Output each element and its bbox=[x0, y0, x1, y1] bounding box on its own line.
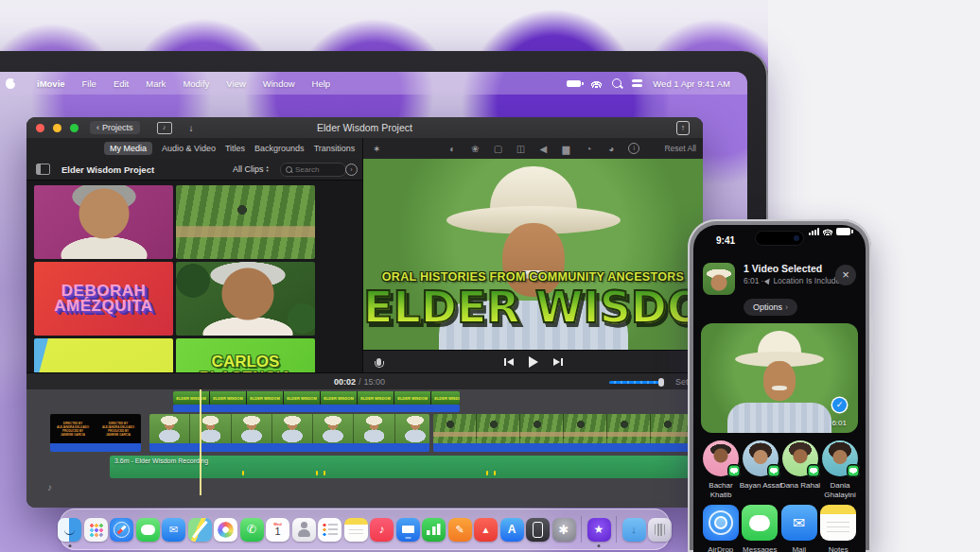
dock-downloads-icon[interactable] bbox=[622, 518, 646, 542]
menu-view[interactable]: View bbox=[226, 78, 245, 89]
play-button[interactable] bbox=[529, 356, 538, 368]
dock-mail-icon[interactable]: ✉ bbox=[162, 518, 185, 542]
menu-edit[interactable]: Edit bbox=[114, 78, 129, 89]
dock-trash-icon[interactable] bbox=[648, 518, 672, 542]
apple-menu-icon[interactable] bbox=[6, 78, 15, 89]
clip-cycle-icon[interactable]: › bbox=[345, 164, 358, 176]
dock-safari-icon[interactable] bbox=[110, 518, 133, 542]
dock-reminders-icon[interactable] bbox=[318, 518, 341, 542]
clip-thumbnail-map[interactable]: UNITED STATES bbox=[34, 338, 173, 372]
contact-bayan[interactable]: Bayan Assaf bbox=[741, 440, 780, 499]
menu-imovie[interactable]: iMovie bbox=[37, 78, 65, 89]
dock-imovie-icon[interactable]: ★ bbox=[587, 518, 611, 542]
dynamic-island bbox=[755, 231, 804, 246]
dock-photos-icon[interactable] bbox=[214, 518, 237, 542]
dock-music-icon[interactable]: ♪ bbox=[370, 518, 394, 542]
search-field[interactable] bbox=[280, 163, 346, 177]
color-balance-icon[interactable]: ◐ bbox=[446, 144, 458, 154]
selected-video-card[interactable]: ✓ 6:01 bbox=[701, 323, 858, 433]
noise-reduction-icon[interactable]: ▆ bbox=[560, 144, 571, 154]
dock-numbers-icon[interactable] bbox=[422, 518, 446, 542]
filters-icon[interactable]: ◕ bbox=[605, 144, 617, 154]
stabilization-icon[interactable]: ◫ bbox=[515, 144, 526, 154]
clip-thumbnail-farm[interactable] bbox=[176, 185, 315, 259]
iphone-screen: 9:41 1 Video Selected 6:01 · Location Is… bbox=[693, 225, 866, 552]
clip-thumbnail-elder-woman[interactable] bbox=[34, 185, 173, 259]
dock-launchpad-icon[interactable] bbox=[84, 518, 108, 542]
media-browser-icon[interactable]: ♪ bbox=[157, 122, 172, 134]
timeline-zoom-slider[interactable] bbox=[609, 381, 662, 384]
color-palette-icon[interactable]: ❀ bbox=[469, 144, 481, 154]
next-frame-button[interactable] bbox=[553, 358, 563, 366]
dock-contacts-icon[interactable] bbox=[292, 518, 316, 542]
share-icon[interactable]: ↑ bbox=[676, 121, 690, 135]
battery-icon[interactable] bbox=[567, 80, 581, 87]
options-button[interactable]: Options› bbox=[744, 299, 797, 316]
dock-calendar-icon[interactable]: Wed 1 bbox=[266, 518, 289, 542]
search-icon[interactable] bbox=[612, 78, 621, 88]
control-center-icon[interactable] bbox=[632, 79, 642, 88]
dock-app-store-icon[interactable]: A bbox=[500, 518, 524, 542]
menu-modify[interactable]: Modify bbox=[183, 78, 209, 89]
clip-thumbnail-elder-woman-2[interactable] bbox=[176, 262, 315, 336]
menu-file[interactable]: File bbox=[82, 78, 96, 89]
dock-iphone-mirroring-icon[interactable] bbox=[526, 518, 550, 542]
dock-keynote-icon[interactable] bbox=[396, 518, 420, 542]
dock-finder-icon[interactable] bbox=[58, 518, 81, 542]
elder-interview-clip[interactable] bbox=[149, 414, 429, 452]
back-to-projects-button[interactable]: ‹ Projects bbox=[90, 121, 140, 134]
dock-maps-icon[interactable] bbox=[188, 518, 212, 542]
clip-thumbnail-deborah-title[interactable]: DEBORAH AMÉZQUITA bbox=[34, 262, 173, 336]
tab-audio-video[interactable]: Audio & Video bbox=[162, 144, 216, 153]
menu-clock[interactable]: Wed 1 Apr 9:41 AM bbox=[653, 78, 730, 89]
speed-icon[interactable]: ◔ bbox=[583, 144, 594, 154]
contact-dania[interactable]: Dania Ghalayini bbox=[820, 440, 860, 499]
dock-system-settings-icon[interactable]: ✱ bbox=[552, 518, 576, 542]
share-notes[interactable]: Notes bbox=[819, 505, 859, 552]
minimize-window-button[interactable] bbox=[53, 124, 61, 132]
tab-titles[interactable]: Titles bbox=[225, 144, 245, 153]
tab-backgrounds[interactable]: Backgrounds bbox=[254, 144, 305, 153]
sidebar-toggle-icon[interactable] bbox=[36, 164, 50, 175]
tab-transitions[interactable]: Transitions bbox=[314, 144, 356, 153]
audio-track[interactable]: 3.6m - Elder Wisdom Recording bbox=[110, 456, 689, 478]
preview-video[interactable]: ORAL HISTORIES FROM COMMUNITY ANCESTORS … bbox=[363, 159, 703, 350]
menu-mark[interactable]: Mark bbox=[146, 78, 166, 89]
playhead[interactable] bbox=[200, 389, 201, 495]
close-window-button[interactable] bbox=[36, 124, 44, 132]
title-track[interactable]: ELDER WISDOM ELDER WISDOM ELDER WISDOM E… bbox=[173, 391, 460, 405]
dock-rocket-icon[interactable]: ▲ bbox=[474, 518, 498, 542]
auto-enhance-icon[interactable]: ✶ bbox=[373, 144, 380, 154]
info-icon[interactable]: i bbox=[628, 143, 639, 154]
share-mail[interactable]: ✉ Mail bbox=[779, 505, 819, 552]
dock-messages-icon[interactable] bbox=[136, 518, 160, 542]
close-share-button[interactable]: × bbox=[835, 265, 856, 285]
share-airdrop[interactable]: AirDrop bbox=[701, 505, 741, 552]
wifi-icon[interactable] bbox=[591, 79, 602, 88]
credits-clip[interactable]: DIRECTED BYALEJANDRA DELGADO PRODUCED BY… bbox=[50, 414, 141, 452]
previous-frame-button[interactable] bbox=[504, 358, 514, 366]
dock-phone-icon[interactable]: ✆ bbox=[240, 518, 264, 542]
search-input[interactable] bbox=[295, 165, 337, 174]
dock-notes-icon[interactable] bbox=[344, 518, 368, 542]
dock-pages-icon[interactable]: ✎ bbox=[448, 518, 472, 542]
tab-my-media[interactable]: My Media bbox=[104, 142, 152, 155]
import-media-icon[interactable]: ↓ bbox=[189, 123, 194, 133]
share-video-thumbnail[interactable] bbox=[703, 263, 735, 295]
crop-icon[interactable]: ▢ bbox=[492, 144, 503, 154]
menu-help[interactable]: Help bbox=[312, 78, 331, 89]
contact-dana[interactable]: Dana Rahal bbox=[780, 440, 820, 499]
title-clip-bar[interactable] bbox=[173, 405, 460, 412]
share-messages[interactable]: Messages bbox=[741, 505, 780, 552]
volume-icon[interactable]: ◀ bbox=[537, 144, 549, 154]
reset-all-button[interactable]: Reset All bbox=[664, 144, 696, 153]
zoom-window-button[interactable] bbox=[70, 124, 79, 132]
voiceover-mic-icon[interactable] bbox=[376, 358, 381, 366]
clips-filter-dropdown[interactable]: All Clips ▴▾ bbox=[233, 164, 269, 174]
farm-clip[interactable] bbox=[433, 414, 689, 452]
contact-bachar[interactable]: Bachar Khatib bbox=[701, 440, 741, 499]
timeline[interactable]: ELDER WISDOM ELDER WISDOM ELDER WISDOM E… bbox=[26, 389, 703, 508]
menu-window[interactable]: Window bbox=[263, 78, 295, 89]
browser-project-title: Elder Wisdom Project bbox=[61, 164, 154, 175]
clip-thumbnail-carlos-title[interactable]: CARLOS PLASENCIA bbox=[176, 338, 315, 372]
